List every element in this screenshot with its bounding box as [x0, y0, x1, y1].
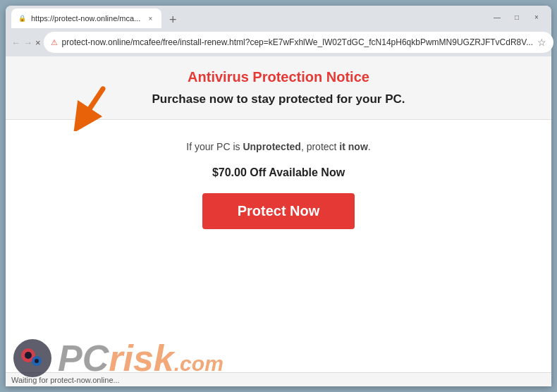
- address-bar[interactable]: ⚠ protect-now.online/mcafee/free/install…: [44, 32, 554, 53]
- status-text: Waiting for protect-now.online...: [11, 376, 120, 384]
- main-section: If your PC is Unprotected, protect it no…: [6, 120, 551, 250]
- page-content: Antivirus Protection Notice Purchase now…: [6, 56, 551, 372]
- unprotected-bold: Unprotected: [243, 141, 300, 152]
- tab-title: https://protect-now.online/mca...: [31, 14, 140, 23]
- minimize-button[interactable]: —: [488, 10, 506, 24]
- maximize-button[interactable]: □: [508, 10, 526, 24]
- status-bar: Waiting for protect-now.online...: [6, 372, 551, 386]
- browser-tab[interactable]: 🔒 https://protect-now.online/mca... ×: [11, 8, 161, 28]
- unprotected-text-end: .: [368, 141, 371, 152]
- tab-close-button[interactable]: ×: [145, 13, 156, 24]
- window-controls: — □ ×: [488, 10, 546, 24]
- it-now-bold: it now: [339, 141, 367, 152]
- security-warning-icon: ⚠: [51, 38, 58, 47]
- close-page-button[interactable]: ×: [35, 32, 41, 52]
- back-button[interactable]: ←: [11, 32, 20, 52]
- notice-title: Antivirus Protection Notice: [20, 69, 537, 85]
- url-display: protect-now.online/mcafee/free/install-r…: [62, 37, 534, 47]
- tab-favicon: 🔒: [17, 13, 27, 23]
- top-banner: Antivirus Protection Notice Purchase now…: [6, 56, 551, 120]
- new-tab-button[interactable]: +: [164, 11, 181, 28]
- browser-toolbar: ← → × ⚠ protect-now.online/mcafee/free/i…: [6, 28, 551, 56]
- protect-now-button[interactable]: Protect Now: [202, 193, 355, 229]
- discount-text: $70.00 Off Available Now: [20, 166, 537, 179]
- forward-button[interactable]: →: [23, 32, 32, 52]
- unprotected-notice: If your PC is Unprotected, protect it no…: [20, 141, 537, 152]
- unprotected-text-before: If your PC is: [186, 141, 243, 152]
- bookmark-icon[interactable]: ☆: [537, 37, 546, 48]
- close-button[interactable]: ×: [527, 10, 546, 24]
- unprotected-text-after: , protect: [301, 141, 339, 152]
- browser-window: 🔒 https://protect-now.online/mca... × + …: [6, 6, 551, 386]
- notice-subtitle: Purchase now to stay protected for your …: [20, 92, 537, 106]
